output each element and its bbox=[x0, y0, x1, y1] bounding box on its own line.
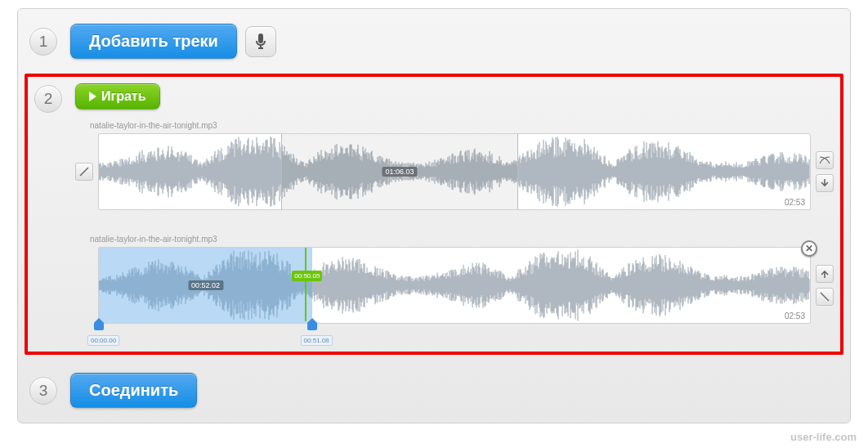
track-2: natalie-taylor-in-the-air-tonight.mp3 00… bbox=[75, 235, 834, 324]
remove-track-button[interactable]: ✕ bbox=[801, 240, 817, 257]
waveform-2[interactable]: 00:52.02 00:50.05 02:53 bbox=[98, 247, 811, 324]
selection-start-handle[interactable]: 00:00.00 bbox=[94, 322, 104, 335]
arrow-up-icon bbox=[821, 269, 829, 279]
fade-in-icon bbox=[79, 167, 89, 177]
microphone-icon bbox=[254, 34, 267, 50]
join-button[interactable]: Соединить bbox=[70, 373, 197, 408]
watermark: user-life.com bbox=[790, 431, 857, 443]
step-2-number: 2 bbox=[34, 85, 62, 113]
move-up-button[interactable] bbox=[816, 265, 834, 283]
step-3-number: 3 bbox=[29, 377, 57, 405]
handle-end-time: 00:51.08 bbox=[301, 335, 333, 346]
handle-start-time: 00:00.00 bbox=[87, 335, 119, 346]
fade-out-button[interactable] bbox=[816, 288, 834, 306]
crossfade-icon bbox=[819, 155, 830, 165]
add-tracks-button[interactable]: Добавить треки bbox=[70, 24, 237, 59]
record-mic-button[interactable] bbox=[245, 26, 276, 57]
waveform-1[interactable]: 01:06.03 02:53 bbox=[98, 133, 811, 210]
app-window: 1 Добавить треки 2 Играть natalie-taylor… bbox=[17, 8, 851, 423]
selection-region[interactable]: 00:52.02 bbox=[99, 248, 312, 323]
crossfade-button[interactable] bbox=[816, 151, 834, 169]
play-button-label: Играть bbox=[101, 89, 146, 104]
selection-time-label: 00:52.02 bbox=[188, 280, 223, 290]
step-1-row: 1 Добавить треки bbox=[18, 9, 850, 74]
fade-in-button[interactable] bbox=[75, 163, 93, 181]
step-3-row: 3 Соединить bbox=[18, 361, 850, 423]
step-1-number: 1 bbox=[29, 28, 57, 56]
playhead-marker[interactable]: 00:50.05 bbox=[305, 247, 306, 321]
selection-end-handle[interactable]: 00:51.08 bbox=[307, 322, 317, 335]
track-filename: natalie-taylor-in-the-air-tonight.mp3 bbox=[90, 121, 834, 130]
selection-time-label: 01:06.03 bbox=[382, 167, 417, 177]
track-duration: 02:53 bbox=[785, 311, 805, 320]
arrow-down-icon bbox=[821, 178, 829, 188]
move-down-button[interactable] bbox=[816, 174, 834, 192]
playhead-time: 00:50.05 bbox=[292, 271, 322, 281]
step-2-highlight: 2 Играть natalie-taylor-in-the-air-tonig… bbox=[25, 74, 843, 355]
fade-out-icon bbox=[820, 292, 830, 302]
play-icon bbox=[89, 92, 96, 101]
track-filename: natalie-taylor-in-the-air-tonight.mp3 bbox=[90, 235, 834, 244]
play-button[interactable]: Играть bbox=[75, 83, 160, 110]
track-1: natalie-taylor-in-the-air-tonight.mp3 01… bbox=[75, 121, 834, 210]
selection-region[interactable]: 01:06.03 bbox=[281, 134, 519, 209]
track-duration: 02:53 bbox=[785, 198, 805, 207]
